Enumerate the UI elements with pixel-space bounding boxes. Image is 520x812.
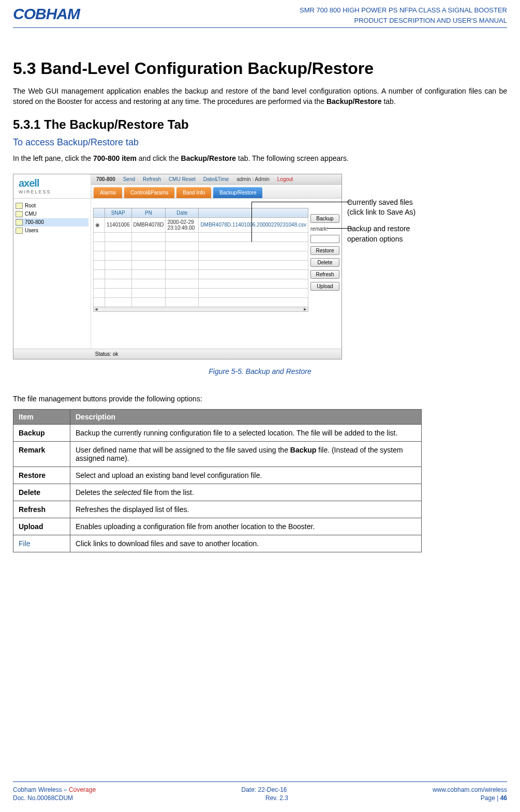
item-file: File: [13, 535, 70, 552]
status-text: Status: ok: [95, 351, 118, 357]
header-divider: [13, 27, 507, 28]
tree-item-cmu[interactable]: CMU: [16, 210, 88, 218]
row-radio[interactable]: [94, 217, 105, 232]
desc-upload: Enables uploading a configuration file f…: [70, 518, 422, 535]
callouts: Currently saved files (click link to Sav…: [347, 174, 461, 250]
breadcrumb-title: 700-800: [96, 176, 115, 182]
folder-icon: [16, 219, 23, 225]
footer-page: Page | 46: [481, 794, 507, 802]
doc-header-line2: PRODUCT DESCRIPTION AND USER'S MANUAL: [300, 16, 507, 26]
backup-button[interactable]: Backup: [310, 214, 339, 223]
cell-pn: DMBR4078D: [131, 217, 166, 232]
top-link-send[interactable]: Send: [123, 176, 135, 182]
refresh-button[interactable]: Refresh: [310, 270, 339, 279]
top-link-refresh[interactable]: Refresh: [143, 176, 161, 182]
brand-logo: COBHAM: [13, 5, 80, 23]
cell-snap: 11401006: [105, 217, 132, 232]
tree-item-root[interactable]: Root: [16, 202, 88, 210]
cell-file-link[interactable]: DMBR4078D.11401006.20000229231048.csv: [199, 217, 308, 232]
table-row: Remark User defined name that will be as…: [13, 442, 422, 467]
cell-date: 2000-02-29 23:10:49.00: [166, 217, 199, 232]
logout-link[interactable]: Logout: [277, 176, 293, 182]
desc-restore: Select and upload an existing band level…: [70, 467, 422, 484]
breadcrumb-bar: 700-800 Send Refresh CMU Reset Date&Time…: [91, 174, 341, 185]
desc-delete: Deletes the selected file from the list.: [70, 484, 422, 501]
col-date: Date: [166, 208, 199, 217]
desc-refresh: Refreshes the displayed list of files.: [70, 501, 422, 518]
tree-item-700-800[interactable]: 700-800: [16, 218, 88, 227]
table-row: File Click links to download files and s…: [13, 535, 422, 552]
nav-tree: Root CMU 700-800 Users: [13, 199, 91, 349]
intro-paragraph: The Web GUI management application enabl…: [13, 86, 507, 107]
callout-operation-options: Backup and restore operation options: [347, 224, 461, 244]
item-delete: Delete: [13, 484, 70, 501]
app-logo: axell WIRELESS: [13, 174, 91, 198]
col-snap: SNAP: [105, 208, 132, 217]
desc-remark: User defined name that will be assigned …: [70, 442, 422, 467]
table-row[interactable]: 11401006 DMBR4078D 2000-02-29 23:10:49.0…: [94, 217, 308, 232]
subsection-heading: 5.3.1 The Backup/Restore Tab: [13, 117, 507, 132]
access-heading: To access Backup/Restore tab: [13, 137, 507, 148]
item-upload: Upload: [13, 518, 70, 535]
footer-url: www.cobham.com/wireless: [433, 786, 507, 793]
callout-saved-files: Currently saved files (click link to Sav…: [347, 198, 461, 218]
folder-icon: [16, 211, 23, 217]
delete-button[interactable]: Delete: [310, 258, 339, 267]
restore-button[interactable]: Restore: [310, 246, 339, 255]
side-controls: Backup remark: Restore Delete Refresh Up…: [308, 208, 341, 349]
remark-input[interactable]: [310, 235, 339, 243]
item-restore: Restore: [13, 467, 70, 484]
tab-band-info[interactable]: Band Info: [176, 187, 211, 198]
col-pn: PN: [131, 208, 166, 217]
footer-docno: Doc. No.00068CDUM: [13, 794, 73, 802]
doc-header: SMR 700 800 HIGH POWER PS NFPA CLASS A S…: [300, 5, 507, 25]
col-file: [199, 208, 308, 217]
status-bar: Status: ok: [13, 349, 341, 359]
table-row: Delete Deletes the selected file from th…: [13, 484, 422, 501]
page-footer: Cobham Wireless – Coverage Date: 22-Dec-…: [13, 781, 507, 802]
remark-label: remark:: [310, 226, 339, 232]
footer-brand: Cobham Wireless – Coverage: [13, 786, 96, 793]
desc-file: Click links to download files and save t…: [70, 535, 422, 552]
tree-item-users[interactable]: Users: [16, 227, 88, 235]
upload-button[interactable]: Upload: [310, 282, 339, 291]
col-select: [94, 208, 105, 217]
admin-label: admin : Admin: [236, 176, 269, 182]
item-refresh: Refresh: [13, 501, 70, 518]
footer-date: Date: 22-Dec-16: [241, 786, 287, 793]
files-grid: SNAP PN Date 11401006 DMBR4078D 2000-02-…: [93, 208, 308, 307]
folder-icon: [16, 228, 23, 234]
th-item: Item: [13, 410, 70, 425]
figure-caption: Figure 5-5. Backup and Restore: [13, 367, 507, 375]
description-table: Item Description Backup Backup the curre…: [13, 409, 422, 552]
desc-backup: Backup the currently running configurati…: [70, 425, 422, 442]
folder-icon: [16, 203, 23, 209]
doc-header-line1: SMR 700 800 HIGH POWER PS NFPA CLASS A S…: [300, 5, 507, 16]
table-intro: The file management buttons provide the …: [13, 394, 507, 404]
tab-control-params[interactable]: Control&Params: [124, 187, 174, 198]
table-row: Upload Enables uploading a configuration…: [13, 518, 422, 535]
tab-alarms[interactable]: Alarms: [94, 187, 122, 198]
top-link-datetime[interactable]: Date&Time: [203, 176, 229, 182]
table-row: Backup Backup the currently running conf…: [13, 425, 422, 442]
tab-backup-restore[interactable]: Backup/Restore: [213, 187, 262, 198]
item-remark: Remark: [13, 442, 70, 467]
table-row: Refresh Refreshes the displayed list of …: [13, 501, 422, 518]
footer-rev: Rev. 2.3: [265, 794, 288, 802]
tab-row: Alarms Control&Params Band Info Backup/R…: [91, 185, 341, 198]
th-desc: Description: [70, 410, 422, 425]
item-backup: Backup: [13, 425, 70, 442]
instruction-paragraph: In the left pane, click the 700-800 item…: [13, 153, 507, 163]
table-row: Restore Select and upload an existing ba…: [13, 467, 422, 484]
top-link-cmu-reset[interactable]: CMU Reset: [169, 176, 196, 182]
section-heading: 5.3 Band-Level Configuration Backup/Rest…: [13, 59, 507, 78]
horizontal-scrollbar[interactable]: [93, 307, 308, 312]
